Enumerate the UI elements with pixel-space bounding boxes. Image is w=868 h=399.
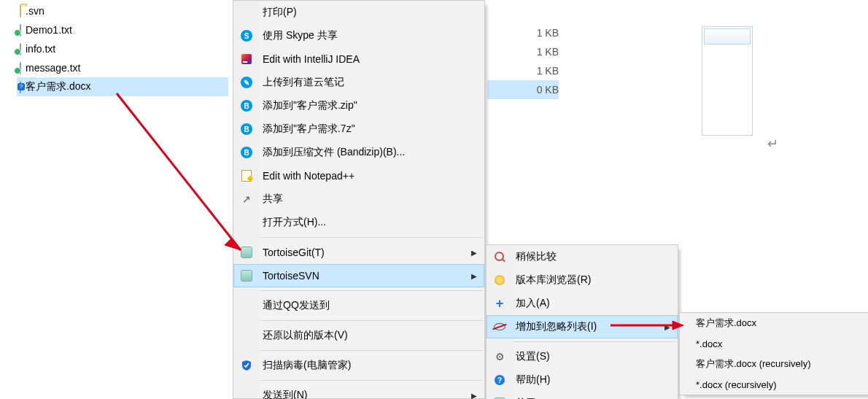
file-row[interactable]: message.txt xyxy=(17,58,228,77)
menu-label: *.docx xyxy=(696,338,722,349)
tortoisesvn-submenu: 稍候比较 版本库浏览器(R) +加入(A) 增加到忽略列表(I)▶ ⚙设置(S)… xyxy=(486,244,678,399)
preview-header xyxy=(704,28,751,44)
svn-settings[interactable]: ⚙设置(S) xyxy=(487,345,678,368)
menu-label: 客户需求.docx (recursively) xyxy=(696,357,810,371)
menu-item-openwith[interactable]: 打开方式(H)... xyxy=(233,211,484,234)
menu-item-7z[interactable]: B添加到"客户需求.7z" xyxy=(233,117,484,141)
menu-item-print[interactable]: 打印(P) xyxy=(233,1,484,24)
menu-item-qq-send[interactable]: 通过QQ发送到 xyxy=(233,294,484,317)
menu-item-skype[interactable]: S使用 Skype 共享 xyxy=(233,24,484,47)
menu-separator xyxy=(260,380,483,381)
menu-label: 加入(A) xyxy=(516,297,550,310)
ignore-icon xyxy=(493,320,506,333)
menu-item-intellij[interactable]: Edit with IntelliJ IDEA xyxy=(233,47,484,71)
text-file-icon xyxy=(20,44,21,55)
menu-label: Edit with Notepad++ xyxy=(263,170,354,182)
menu-label: 还原以前的版本(V) xyxy=(263,329,348,342)
menu-item-sendto[interactable]: 发送到(N)▶ xyxy=(233,384,484,399)
file-list: .svn Demo1.txt info.txt message.txt 客户需求… xyxy=(17,1,228,96)
menu-item-restore-version[interactable]: 还原以前的版本(V) xyxy=(233,324,484,347)
archive-icon: B xyxy=(240,123,253,136)
file-size: 0 KB xyxy=(487,80,559,99)
menu-item-tortoisegit[interactable]: TortoiseGit(T)▶ xyxy=(233,241,484,264)
menu-label: 添加到压缩文件 (Bandizip)(B)... xyxy=(263,146,405,159)
svn-repo-browser[interactable]: 版本库浏览器(R) xyxy=(487,268,678,292)
menu-label: 发送到(N) xyxy=(263,389,307,399)
tortoise-icon xyxy=(240,246,253,259)
submenu-arrow-icon: ▶ xyxy=(471,272,477,280)
submenu-arrow-icon: ▶ xyxy=(471,392,477,400)
menu-item-zip[interactable]: B添加到"客户需求.zip" xyxy=(233,94,484,117)
notepad-icon xyxy=(240,169,253,182)
intellij-icon xyxy=(240,53,253,66)
menu-separator xyxy=(260,237,483,238)
svg-line-0 xyxy=(117,93,241,250)
docx-file-icon xyxy=(20,82,21,93)
ignore-exact-file[interactable]: 客户需求.docx xyxy=(680,313,868,333)
text-file-icon xyxy=(20,63,21,74)
svn-help[interactable]: ?帮助(H) xyxy=(487,368,678,392)
context-menu: 打印(P) S使用 Skype 共享 Edit with IntelliJ ID… xyxy=(233,0,485,399)
svn-add[interactable]: +加入(A) xyxy=(487,292,678,315)
menu-label: 使用 Skype 共享 xyxy=(263,29,338,42)
ignore-exact-recursive[interactable]: 客户需求.docx (recursively) xyxy=(680,354,868,374)
menu-label: 版本库浏览器(R) xyxy=(516,274,591,287)
submenu-arrow-icon: ▶ xyxy=(471,249,477,257)
menu-label: 共享 xyxy=(263,193,283,206)
text-file-icon xyxy=(20,25,21,36)
file-size: 1 KB xyxy=(487,42,559,61)
help-icon: ? xyxy=(493,373,506,387)
menu-label: 稍候比较 xyxy=(516,250,557,263)
repo-icon xyxy=(493,274,506,287)
svn-diff-later[interactable]: 稍候比较 xyxy=(487,245,678,268)
file-name: 客户需求.docx xyxy=(26,80,90,93)
menu-label: 设置(S) xyxy=(516,350,550,363)
menu-label: 扫描病毒(电脑管家) xyxy=(263,359,351,372)
menu-item-scan-virus[interactable]: 扫描病毒(电脑管家) xyxy=(233,354,484,377)
youdao-icon: ✎ xyxy=(240,76,253,89)
menu-item-tortoisesvn[interactable]: TortoiseSVN▶ xyxy=(233,264,484,287)
file-row-selected[interactable]: 客户需求.docx xyxy=(17,77,228,96)
file-size: 1 KB xyxy=(487,23,559,42)
gear-icon: ⚙ xyxy=(493,350,506,363)
submenu-arrow-icon: ▶ xyxy=(664,323,670,331)
menu-item-youdao[interactable]: ✎上传到有道云笔记 xyxy=(233,71,484,94)
svn-add-to-ignore[interactable]: 增加到忽略列表(I)▶ xyxy=(487,315,678,338)
file-name: .svn xyxy=(26,5,44,17)
file-size: 1 KB xyxy=(487,61,559,80)
ignore-extension[interactable]: *.docx xyxy=(680,333,868,354)
file-row[interactable]: .svn xyxy=(17,1,228,20)
menu-item-share[interactable]: ↗共享 xyxy=(233,187,484,211)
svn-about[interactable]: 关于 xyxy=(487,392,678,399)
menu-label: TortoiseGit(T) xyxy=(263,247,325,258)
menu-item-bandizip[interactable]: B添加到压缩文件 (Bandizip)(B)... xyxy=(233,141,484,164)
file-name: info.txt xyxy=(26,43,55,55)
menu-label: 添加到"客户需求.7z" xyxy=(263,123,355,136)
file-name: Demo1.txt xyxy=(26,24,72,36)
plus-icon: + xyxy=(493,297,506,310)
menu-separator xyxy=(260,320,483,321)
menu-label: 增加到忽略列表(I) xyxy=(516,320,597,333)
size-column: 1 KB 1 KB 1 KB 0 KB xyxy=(487,23,559,99)
menu-label: 添加到"客户需求.zip" xyxy=(263,99,357,112)
menu-label: Edit with IntelliJ IDEA xyxy=(263,53,360,65)
menu-label: 通过QQ发送到 xyxy=(263,299,330,312)
archive-icon: B xyxy=(240,99,253,112)
file-name: message.txt xyxy=(26,62,80,74)
menu-separator xyxy=(260,350,483,351)
menu-label: 打印(P) xyxy=(263,6,297,19)
menu-item-notepad[interactable]: Edit with Notepad++ xyxy=(233,164,484,187)
tortoise-icon xyxy=(240,269,253,282)
share-icon: ↗ xyxy=(240,193,253,206)
file-row[interactable]: Demo1.txt xyxy=(17,20,228,39)
magnifier-icon xyxy=(493,250,506,263)
menu-separator xyxy=(513,341,676,342)
skype-icon: S xyxy=(240,29,253,42)
menu-label: *.docx (recursively) xyxy=(696,379,777,390)
ignore-extension-recursive[interactable]: *.docx (recursively) xyxy=(680,374,868,395)
return-symbol: ↵ xyxy=(767,136,778,152)
archive-icon: B xyxy=(240,146,253,159)
shield-icon xyxy=(240,359,253,372)
menu-label: TortoiseSVN xyxy=(263,270,319,282)
file-row[interactable]: info.txt xyxy=(17,39,228,58)
